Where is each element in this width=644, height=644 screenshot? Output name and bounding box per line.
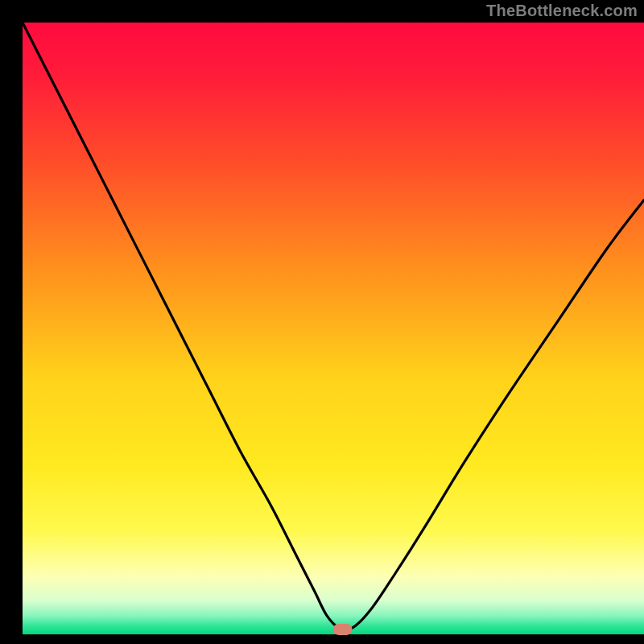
watermark-text: TheBottleneck.com [486,2,638,20]
bottleneck-chart [0,0,644,644]
optimal-marker [333,624,353,635]
plot-area [23,23,644,634]
chart-stage: TheBottleneck.com [0,0,644,644]
